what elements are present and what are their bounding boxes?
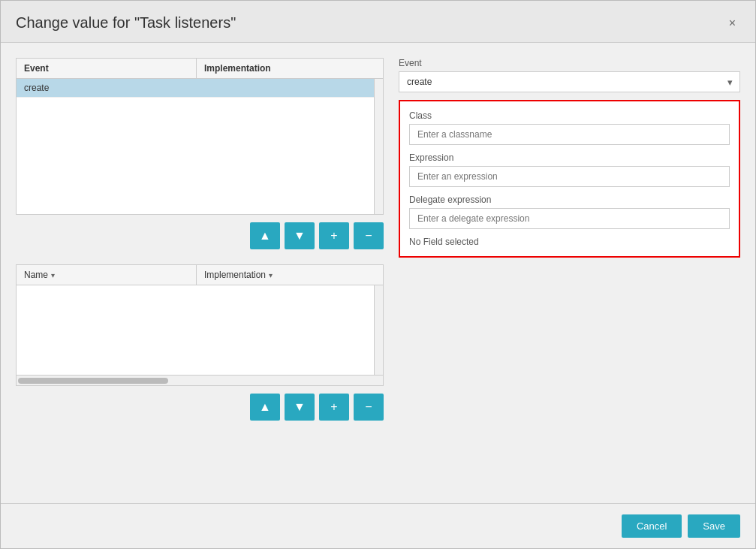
second-table-wrapper: Name ▾ Implementation ▾ [16, 264, 384, 386]
delegate-field-group: Delegate expression [409, 195, 730, 229]
remove-button-2[interactable]: − [354, 394, 384, 421]
event-select-wrapper: create assignment complete delete [399, 71, 740, 92]
dialog-body: Event Implementation create ▲ ▼ + − [1, 43, 755, 436]
add-button-2[interactable]: + [319, 394, 349, 421]
class-label: Class [409, 110, 730, 121]
remove-button[interactable]: − [354, 222, 384, 249]
dialog-footer: Cancel Save [1, 503, 755, 548]
second-table-hscrollbar[interactable] [16, 376, 384, 386]
second-table-body[interactable] [16, 285, 384, 376]
top-btn-group: ▲ ▼ + − [16, 222, 384, 249]
class-input[interactable] [409, 124, 730, 145]
move-up-button[interactable]: ▲ [250, 222, 280, 249]
top-table-header: Event Implementation [17, 59, 383, 79]
save-button[interactable]: Save [688, 514, 740, 538]
top-table: Event Implementation create [16, 58, 384, 215]
table-scrollbar[interactable] [374, 79, 383, 214]
delegate-label: Delegate expression [409, 195, 730, 205]
dialog-title: Change value for "Task listeners" [16, 14, 236, 32]
move-down-button[interactable]: ▼ [285, 222, 315, 249]
expression-input[interactable] [409, 166, 730, 187]
event-select[interactable]: create assignment complete delete [399, 71, 740, 92]
col-event-header: Event [17, 59, 197, 78]
add-button[interactable]: + [319, 222, 349, 249]
bottom-btn-group: ▲ ▼ + − [16, 394, 384, 421]
second-col-name-header: Name ▾ [17, 265, 197, 285]
hscrollbar-thumb[interactable] [18, 378, 168, 384]
table-row[interactable]: create [17, 79, 383, 98]
name-sort-icon[interactable]: ▾ [51, 271, 55, 279]
no-field-label: No Field selected [409, 237, 730, 247]
event-label: Event [399, 58, 740, 68]
left-panel: Event Implementation create ▲ ▼ + − [16, 58, 384, 421]
expression-label: Expression [409, 152, 730, 163]
cancel-button[interactable]: Cancel [622, 514, 682, 538]
top-table-body[interactable]: create [17, 79, 383, 214]
event-field-group: Event create assignment complete delete [399, 58, 740, 92]
move-up-button-2[interactable]: ▲ [250, 394, 280, 421]
col-implementation-header: Implementation [197, 59, 383, 78]
right-panel: Event create assignment complete delete … [399, 58, 740, 421]
second-col-impl-header: Implementation ▾ [197, 265, 383, 285]
red-box: Class Expression Delegate expression No … [399, 100, 740, 258]
impl-sort-icon[interactable]: ▾ [269, 271, 273, 279]
class-field-group: Class [409, 110, 730, 145]
second-table-header: Name ▾ Implementation ▾ [16, 264, 384, 285]
second-table-vscrollbar[interactable] [374, 285, 383, 375]
delegate-input[interactable] [409, 208, 730, 229]
move-down-button-2[interactable]: ▼ [285, 394, 315, 421]
event-cell: create [17, 79, 197, 97]
expression-field-group: Expression [409, 152, 730, 187]
close-button[interactable]: × [724, 15, 740, 32]
dialog: Change value for "Task listeners" × Even… [0, 0, 756, 549]
implementation-cell [197, 79, 383, 97]
dialog-header: Change value for "Task listeners" × [1, 1, 755, 43]
